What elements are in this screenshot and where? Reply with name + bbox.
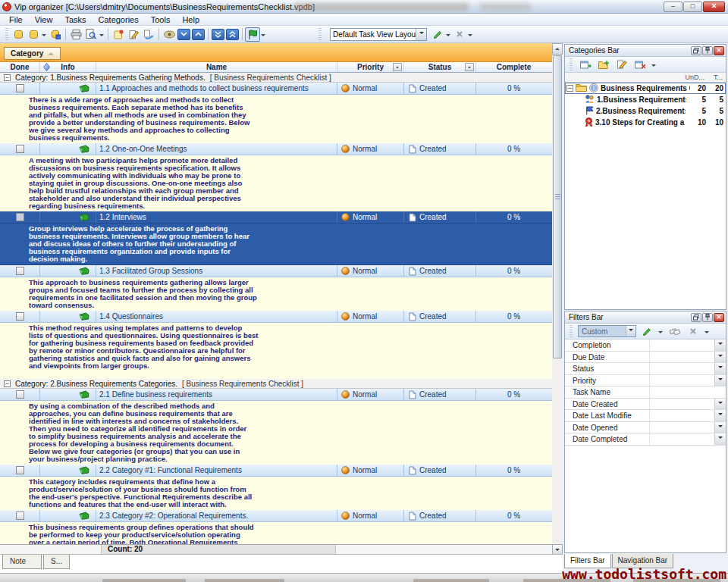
collapse-group-icon[interactable]: − <box>4 380 11 387</box>
move-down-button[interactable] <box>177 29 190 40</box>
panel-restore-button[interactable] <box>691 313 701 322</box>
filters-toolbar-dropdown[interactable] <box>704 331 709 336</box>
menu-help[interactable]: Help <box>176 14 206 25</box>
panel-pin-button[interactable] <box>702 313 713 322</box>
delete-category-button[interactable] <box>632 58 648 72</box>
done-checkbox[interactable] <box>16 267 24 275</box>
done-checkbox[interactable] <box>16 466 24 474</box>
filter-value-field[interactable] <box>650 410 714 421</box>
panel-restore-button[interactable] <box>691 46 701 55</box>
edit-task-button[interactable] <box>126 27 141 42</box>
minimize-button[interactable]: – <box>664 2 682 12</box>
move-to-top-button[interactable] <box>226 29 239 40</box>
panel-close-button[interactable]: ✕ <box>714 313 724 322</box>
task-row[interactable]: 2.3 Category #2: Operational Requirement… <box>0 510 552 522</box>
open-database-dropdown[interactable] <box>42 34 46 39</box>
category-group-row[interactable]: − Category: 2.Business Requirements Cate… <box>0 379 552 389</box>
maximize-button[interactable]: □ <box>683 2 702 12</box>
task-row[interactable]: 1.4 Questionnaires Normal Created 0 % <box>0 311 552 323</box>
new-database-button[interactable] <box>11 27 26 42</box>
menu-file[interactable]: File <box>3 14 29 25</box>
task-row[interactable]: 1.2 One-on-One Meetings Normal Created 0… <box>0 143 552 155</box>
column-header-name[interactable]: Name <box>96 62 337 72</box>
filter-value-field[interactable] <box>650 340 714 351</box>
close-button[interactable]: ✕ <box>703 2 725 12</box>
add-category-button[interactable] <box>596 58 611 72</box>
highlight-flag-button[interactable] <box>245 27 260 42</box>
task-row[interactable]: 1.3 Facilitated Group Sessions Normal Cr… <box>0 265 552 277</box>
remove-filter-button[interactable] <box>686 324 701 339</box>
move-to-bottom-button[interactable] <box>212 29 224 40</box>
group-by-category-chip[interactable]: Category <box>4 47 61 60</box>
filter-value-field[interactable] <box>650 433 714 445</box>
apply-filter-button[interactable] <box>639 324 654 339</box>
task-row[interactable]: 2.1 Define business requirements Normal … <box>0 389 552 401</box>
done-checkbox[interactable] <box>16 312 24 321</box>
save-database-button[interactable] <box>48 27 63 42</box>
scroll-up-button[interactable] <box>552 43 563 55</box>
new-list-button[interactable] <box>578 58 593 72</box>
undone-column-header[interactable]: UnD... <box>685 74 704 81</box>
menu-tools[interactable]: Tools <box>145 14 177 25</box>
filter-dropdown-button[interactable] <box>714 410 726 421</box>
task-row[interactable]: 2.2 Category #1: Functional Requirements… <box>0 465 552 477</box>
print-preview-dropdown[interactable] <box>99 34 104 39</box>
done-checkbox[interactable] <box>16 213 24 221</box>
note-tab-note[interactable]: Note <box>2 555 42 569</box>
delete-layout-button[interactable] <box>452 27 467 42</box>
menu-categories[interactable]: Categories <box>93 14 145 25</box>
column-header-done[interactable]: Done <box>0 62 40 72</box>
category-tree-item[interactable]: − 1.Business Requirements Ga 5 5 <box>565 94 726 105</box>
priority-filter-button[interactable] <box>393 63 402 71</box>
scrollbar-thumb[interactable] <box>553 55 562 358</box>
filter-value-field[interactable] <box>650 352 714 363</box>
print-button[interactable] <box>68 27 83 42</box>
print-preview-button[interactable] <box>83 27 99 42</box>
filter-dropdown-button[interactable] <box>714 422 726 433</box>
filter-value-field[interactable] <box>650 422 714 433</box>
note-tab-more[interactable]: S... <box>43 555 70 569</box>
flag-dropdown[interactable] <box>261 34 265 39</box>
total-column-header[interactable]: T... <box>714 74 723 81</box>
collapse-group-icon[interactable]: − <box>4 74 11 81</box>
category-tree-item[interactable]: − 3.10 Steps for Creating a Bu 10 10 <box>565 117 726 128</box>
filter-dropdown-button[interactable] <box>714 433 726 445</box>
panel-close-button[interactable]: ✕ <box>714 46 724 55</box>
category-group-row[interactable]: − Category: 1.Business Requirements Gath… <box>0 73 552 83</box>
clear-filter-button[interactable] <box>667 324 682 339</box>
done-checkbox[interactable] <box>16 512 24 520</box>
toolbar-options-dropdown[interactable] <box>468 34 472 39</box>
column-header-complete[interactable]: Complete <box>476 62 551 72</box>
expand-collapse-icon[interactable]: − <box>566 85 573 92</box>
task-row[interactable]: 1.2 Interviews Normal Created 0 % <box>0 211 552 224</box>
filter-dropdown-button[interactable] <box>714 363 726 374</box>
edit-category-button[interactable] <box>614 58 629 72</box>
status-filter-button[interactable] <box>465 63 474 71</box>
save-layout-dropdown[interactable] <box>446 34 450 39</box>
open-database-button[interactable] <box>26 27 41 42</box>
filter-value-field[interactable] <box>650 386 726 398</box>
filter-dropdown-button[interactable] <box>714 340 726 351</box>
layout-combobox[interactable]: Default Task View Layout <box>330 28 427 41</box>
filter-value-field[interactable] <box>650 363 714 374</box>
done-checkbox[interactable] <box>16 145 24 153</box>
layout-combobox-arrow[interactable] <box>416 29 426 40</box>
menu-tasks[interactable]: Tasks <box>58 14 92 25</box>
column-header-priority[interactable]: Priority <box>337 62 404 72</box>
column-header-status[interactable]: Status <box>404 62 476 72</box>
column-header-info[interactable]: Info <box>40 62 96 72</box>
filter-preset-arrow[interactable] <box>626 326 635 336</box>
category-tree-item[interactable]: − 2.Business Requirements Ca 5 5 <box>565 105 726 117</box>
menu-view[interactable]: View <box>29 14 59 25</box>
new-task-button[interactable] <box>111 27 126 42</box>
vertical-scrollbar[interactable] <box>552 43 563 555</box>
view-button[interactable] <box>162 27 177 42</box>
filter-preset-combobox[interactable]: Custom <box>578 325 636 337</box>
panel-pin-button[interactable] <box>702 46 713 55</box>
filter-value-field[interactable] <box>650 399 714 410</box>
delete-task-button[interactable] <box>141 27 156 42</box>
apply-filter-dropdown[interactable] <box>658 331 663 336</box>
category-tree-item[interactable]: − Business Requirements Chec 20 20 <box>565 83 726 94</box>
filter-dropdown-button[interactable] <box>714 375 726 386</box>
filter-dropdown-button[interactable] <box>714 399 726 410</box>
